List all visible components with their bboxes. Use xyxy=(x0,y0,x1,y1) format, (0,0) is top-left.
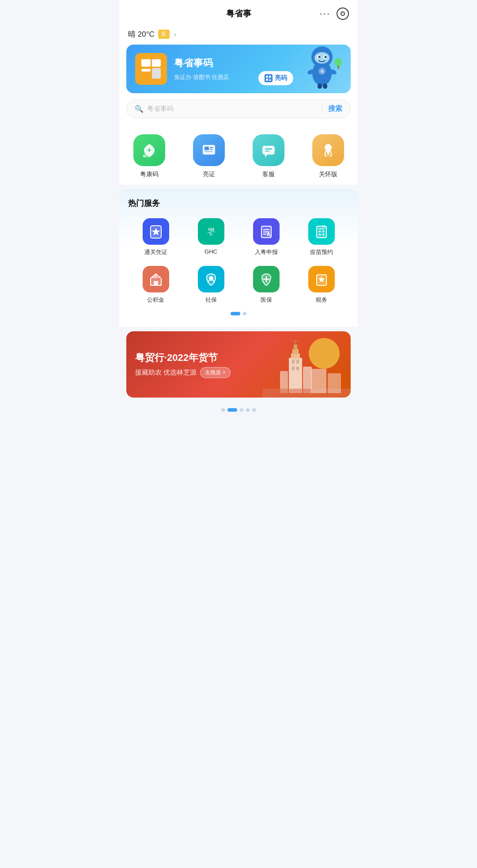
dot-2 xyxy=(243,312,246,315)
service-item-ghc[interactable]: GH C GHC xyxy=(183,216,238,259)
services-grid: 通关凭证 GH C GHC xyxy=(124,216,353,307)
bright-cert-icon xyxy=(193,134,225,166)
quick-item-health-code[interactable]: + 粤康码 xyxy=(119,134,179,178)
bright-code-label: 亮码 xyxy=(275,74,287,82)
page-dot-3 xyxy=(240,408,243,412)
tax-label: 税务 xyxy=(316,296,327,304)
search-bar[interactable]: 🔍 粤省事码 搜索 xyxy=(126,99,351,118)
search-button[interactable]: 搜索 xyxy=(328,104,342,114)
svg-point-47 xyxy=(322,231,324,232)
vaccine-icon xyxy=(308,218,335,245)
svg-rect-27 xyxy=(210,149,212,150)
border-pass-icon xyxy=(143,218,169,245)
svg-rect-15 xyxy=(266,76,268,78)
svg-text:+: + xyxy=(147,146,151,154)
banner-section: 粤 粤省事码 免证办 借图 xyxy=(119,45,358,99)
ghc-label: GHC xyxy=(204,248,217,255)
bright-cert-label: 亮证 xyxy=(203,171,215,178)
qr-icon xyxy=(135,53,167,85)
qr-btn-icon xyxy=(265,74,273,82)
svg-rect-17 xyxy=(266,79,268,81)
svg-point-46 xyxy=(319,231,321,232)
air-quality-badge: 良 xyxy=(158,30,170,39)
more-icon[interactable]: ··· xyxy=(320,8,330,19)
header-actions: ··· xyxy=(320,8,349,20)
social-security-icon xyxy=(198,266,224,292)
svg-rect-14 xyxy=(337,65,339,69)
care-version-label: 关怀版 xyxy=(319,171,337,178)
svg-point-13 xyxy=(334,58,342,66)
svg-rect-18 xyxy=(269,79,270,80)
border-pass-label: 通关凭证 xyxy=(144,248,167,256)
quick-icons-section: + 粤康码 亮证 客服 xyxy=(119,125,358,185)
service-item-entry-report[interactable]: 入粤申报 xyxy=(238,216,294,259)
page-dot-1 xyxy=(221,408,225,412)
bottom-banner[interactable]: 粤贸行·2022年货节 援藏助农 优选林芝源 去挑选 > xyxy=(126,331,351,398)
svg-rect-11 xyxy=(318,83,322,89)
svg-point-6 xyxy=(325,56,327,58)
vaccine-label: 疫苗预约 xyxy=(310,248,333,256)
customer-service-icon xyxy=(253,134,284,166)
mascot-image: 粤 xyxy=(302,45,342,89)
ghc-icon: GH C xyxy=(198,218,224,245)
svg-rect-31 xyxy=(265,151,269,152)
weather-bar[interactable]: 晴 20°C 良 › xyxy=(119,26,358,45)
svg-rect-23 xyxy=(146,156,148,157)
camera-icon[interactable] xyxy=(337,8,349,20)
service-item-medical-insurance[interactable]: 医保 xyxy=(238,263,294,307)
care-version-icon xyxy=(312,134,344,166)
svg-rect-43 xyxy=(317,226,326,238)
search-placeholder: 粤省事码 xyxy=(147,105,315,113)
customer-service-label: 客服 xyxy=(262,171,275,178)
page-indicator xyxy=(119,402,358,421)
svg-point-5 xyxy=(318,56,321,58)
banner-card[interactable]: 粤 粤省事码 免证办 借图 xyxy=(126,45,351,93)
quick-item-bright-cert[interactable]: 亮证 xyxy=(179,134,238,178)
svg-rect-19 xyxy=(270,79,271,80)
weather-text: 晴 20°C xyxy=(128,29,155,39)
svg-point-48 xyxy=(319,234,321,235)
hot-services-title: 热门服务 xyxy=(124,198,353,216)
housing-fund-label: 公积金 xyxy=(147,296,164,304)
svg-text:粤: 粤 xyxy=(320,69,324,74)
entry-report-icon xyxy=(253,218,280,245)
page-dot-5 xyxy=(252,408,256,412)
svg-rect-16 xyxy=(269,76,271,78)
service-item-border-pass[interactable]: 通关凭证 xyxy=(128,216,183,259)
medical-insurance-label: 医保 xyxy=(261,296,272,304)
svg-text:●: ● xyxy=(159,277,160,279)
camera-lens xyxy=(341,11,345,16)
quick-item-customer-service[interactable]: 客服 xyxy=(238,134,298,178)
page-title: 粤省事 xyxy=(226,8,251,19)
svg-rect-24 xyxy=(203,145,215,155)
social-security-label: 社保 xyxy=(205,296,217,304)
medical-insurance-icon xyxy=(253,266,280,292)
tax-icon xyxy=(308,266,335,292)
svg-rect-22 xyxy=(143,155,146,157)
health-code-icon: + xyxy=(133,134,165,166)
service-item-vaccine[interactable]: 疫苗预约 xyxy=(294,216,349,259)
housing-fund-icon: ● xyxy=(143,266,169,292)
svg-marker-32 xyxy=(265,155,268,157)
hot-services-section: 热门服务 通关凭证 GH C GHC xyxy=(119,189,358,327)
page-dot-2 xyxy=(227,408,237,412)
svg-rect-29 xyxy=(262,146,275,155)
dot-1 xyxy=(231,312,240,315)
svg-rect-28 xyxy=(204,151,212,152)
svg-rect-26 xyxy=(210,147,213,148)
entry-report-label: 入粤申报 xyxy=(255,248,278,256)
app-header: 粤省事 ··· xyxy=(119,0,358,26)
service-item-social-security[interactable]: 社保 xyxy=(183,263,238,307)
service-item-housing-fund[interactable]: ● 公积金 xyxy=(128,263,183,307)
search-icon: 🔍 xyxy=(135,105,144,113)
svg-rect-12 xyxy=(323,83,327,89)
service-item-tax[interactable]: 税务 xyxy=(294,263,349,307)
health-code-label: 粤康码 xyxy=(140,171,159,178)
quick-item-care-version[interactable]: 关怀版 xyxy=(298,134,358,178)
svg-rect-30 xyxy=(265,148,272,150)
svg-point-49 xyxy=(322,234,324,235)
bright-code-button[interactable]: 亮码 xyxy=(258,71,293,85)
bottom-banner-text: 粤贸行·2022年货节 援藏助农 优选林芝源 去挑选 > xyxy=(126,342,351,387)
bottom-banner-title: 粤贸行·2022年货节 xyxy=(135,351,342,364)
bottom-banner-button[interactable]: 去挑选 > xyxy=(200,367,230,378)
